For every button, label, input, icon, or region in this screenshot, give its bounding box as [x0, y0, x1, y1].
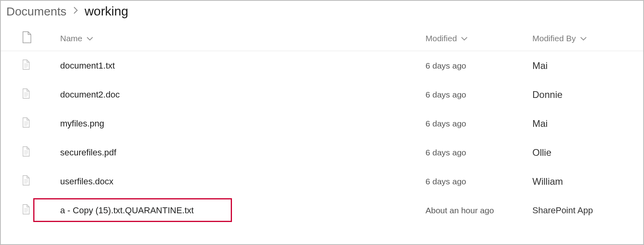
file-icon	[1, 146, 36, 159]
column-header-modified[interactable]: Modified	[426, 34, 532, 43]
file-modified: 6 days ago	[426, 177, 532, 186]
column-header-modified-by-label: Modified By	[532, 34, 576, 43]
table-row[interactable]: securefiles.pdf6 days agoOllie	[1, 138, 643, 167]
file-name[interactable]: myfiles.png	[36, 119, 426, 129]
file-icon	[1, 117, 36, 130]
chevron-right-icon	[73, 6, 78, 17]
file-modified: 6 days ago	[426, 90, 532, 100]
file-modified: 6 days ago	[426, 148, 532, 157]
breadcrumb-current: working	[85, 4, 128, 19]
column-header-name[interactable]: Name	[36, 34, 426, 43]
file-modified: About an hour ago	[426, 206, 532, 215]
file-modified-by[interactable]: Donnie	[532, 89, 643, 100]
file-icon	[1, 88, 36, 101]
column-header-icon	[1, 31, 36, 45]
file-name[interactable]: securefiles.pdf	[36, 147, 426, 158]
file-name[interactable]: document1.txt	[36, 61, 426, 71]
file-name[interactable]: a - Copy (15).txt.QUARANTINE.txt	[36, 205, 426, 216]
file-modified-by[interactable]: Mai	[532, 118, 643, 129]
file-icon	[1, 204, 36, 217]
file-icon	[1, 59, 36, 72]
file-modified-by[interactable]: William	[532, 176, 643, 187]
table-header: Name Modified Modified By	[1, 26, 643, 51]
column-header-name-label: Name	[60, 34, 82, 43]
chevron-down-icon	[86, 36, 93, 41]
column-header-modified-label: Modified	[426, 34, 457, 43]
table-row[interactable]: document1.txt6 days agoMai	[1, 51, 643, 80]
table-row[interactable]: userfiles.docx6 days agoWilliam	[1, 167, 643, 196]
file-icon	[22, 31, 32, 45]
file-modified-by[interactable]: SharePoint App	[532, 205, 643, 216]
file-name[interactable]: userfiles.docx	[36, 176, 426, 187]
breadcrumb-root[interactable]: Documents	[6, 5, 66, 18]
table-row[interactable]: myfiles.png6 days agoMai	[1, 109, 643, 138]
file-icon	[1, 175, 36, 188]
table-row[interactable]: a - Copy (15).txt.QUARANTINE.txtAbout an…	[1, 196, 643, 225]
breadcrumb: Documents working	[1, 1, 643, 26]
file-modified-by[interactable]: Ollie	[532, 147, 643, 158]
file-modified-by[interactable]: Mai	[532, 60, 643, 71]
table-row[interactable]: document2.doc6 days agoDonnie	[1, 80, 643, 109]
table-body: document1.txt6 days agoMai document2.doc…	[1, 51, 643, 225]
file-name[interactable]: document2.doc	[36, 90, 426, 100]
column-header-modified-by[interactable]: Modified By	[532, 34, 643, 43]
chevron-down-icon	[580, 36, 587, 41]
file-modified: 6 days ago	[426, 119, 532, 128]
file-modified: 6 days ago	[426, 61, 532, 71]
file-table: Name Modified Modified By document1.txt6…	[1, 26, 643, 225]
chevron-down-icon	[461, 36, 468, 41]
